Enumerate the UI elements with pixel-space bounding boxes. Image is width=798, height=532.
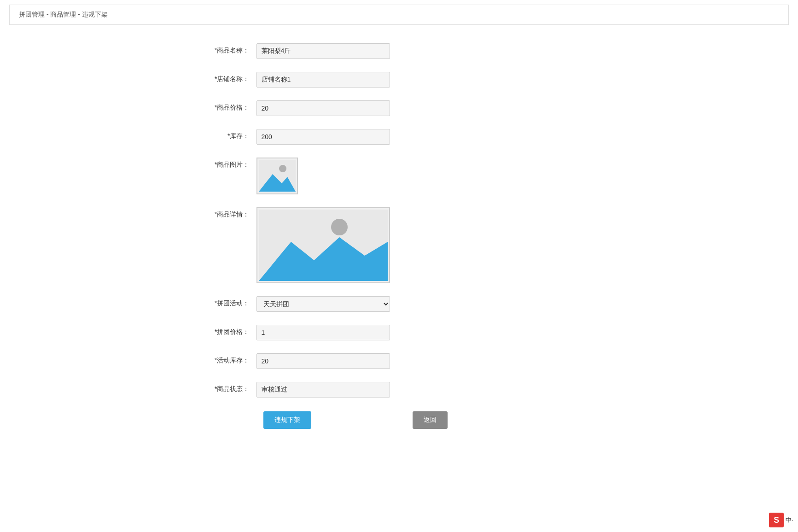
product-detail-row: *商品详情： <box>201 207 597 283</box>
product-status-input[interactable] <box>256 382 390 398</box>
product-detail-label: *商品详情： <box>201 207 256 219</box>
watermark: S 中· <box>769 513 793 527</box>
svg-point-4 <box>331 219 348 235</box>
group-price-row: *拼团价格： <box>201 325 597 340</box>
activity-stock-label: *活动库存： <box>201 353 256 365</box>
group-activity-select[interactable]: 天天拼团 <box>256 296 390 312</box>
group-activity-row: *拼团活动： 天天拼团 <box>201 296 597 312</box>
product-image-label: *商品图片： <box>201 158 256 169</box>
product-name-input[interactable] <box>256 43 390 59</box>
group-price-label: *拼团价格： <box>201 325 256 336</box>
watermark-s-icon: S <box>769 513 784 527</box>
product-price-label: *商品价格： <box>201 100 256 112</box>
shop-name-label: *店铺名称： <box>201 72 256 83</box>
activity-stock-row: *活动库存： <box>201 353 597 369</box>
stock-input[interactable] <box>256 129 390 145</box>
stock-row: *库存： <box>201 129 597 145</box>
watermark-text: 中· <box>786 516 793 524</box>
product-name-row: *商品名称： <box>201 43 597 59</box>
product-name-label: *商品名称： <box>201 43 256 55</box>
form-container: *商品名称： *店铺名称： *商品价格： *库存： *商品图片： *商品详情： <box>192 43 606 429</box>
group-activity-label: *拼团活动： <box>201 296 256 308</box>
product-image-placeholder <box>256 158 298 194</box>
product-price-row: *商品价格： <box>201 100 597 116</box>
product-image-row: *商品图片： <box>201 158 597 194</box>
shop-name-input[interactable] <box>256 72 390 88</box>
activity-stock-input[interactable] <box>256 353 390 369</box>
button-row: 违规下架 返回 <box>201 411 597 429</box>
product-detail-placeholder <box>256 207 390 283</box>
product-detail-icon <box>259 210 388 281</box>
breadcrumb-text: 拼团管理 - 商品管理 - 违规下架 <box>19 11 108 18</box>
shop-name-row: *店铺名称： <box>201 72 597 88</box>
back-button[interactable]: 返回 <box>413 411 448 429</box>
product-image-icon <box>259 160 296 192</box>
product-price-input[interactable] <box>256 100 390 116</box>
product-status-row: *商品状态： <box>201 382 597 398</box>
breadcrumb: 拼团管理 - 商品管理 - 违规下架 <box>9 5 789 25</box>
group-price-input[interactable] <box>256 325 390 340</box>
violation-button[interactable]: 违规下架 <box>263 411 311 429</box>
product-status-label: *商品状态： <box>201 382 256 393</box>
stock-label: *库存： <box>201 129 256 140</box>
svg-point-1 <box>279 165 286 172</box>
